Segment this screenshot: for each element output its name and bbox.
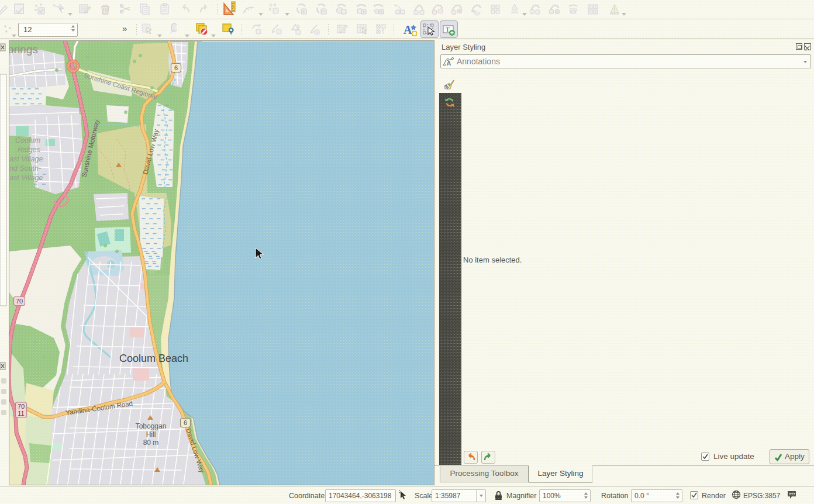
svg-text:ast Village: ast Village — [9, 155, 43, 163]
svg-text:70: 70 — [18, 403, 25, 410]
svg-text:80 m: 80 m — [143, 439, 159, 447]
svg-text:11: 11 — [18, 410, 24, 417]
svg-text:prings: prings — [9, 43, 38, 56]
svg-text:Toboggan: Toboggan — [136, 422, 167, 430]
svg-text:ast Village: ast Village — [9, 174, 43, 182]
svg-text:A: A — [403, 23, 412, 36]
svg-text:A: A — [447, 60, 451, 67]
svg-text:6: 6 — [184, 419, 187, 426]
svg-text:Coolum: Coolum — [15, 136, 40, 144]
svg-text:6: 6 — [174, 64, 178, 71]
svg-text:nd South-: nd South- — [9, 164, 41, 172]
svg-text:T: T — [446, 26, 450, 33]
svg-text:Ridges: Ridges — [18, 146, 40, 154]
svg-text:Coolum Beach: Coolum Beach — [119, 353, 188, 364]
svg-text:70: 70 — [16, 298, 23, 305]
svg-text:Hill: Hill — [146, 430, 156, 439]
